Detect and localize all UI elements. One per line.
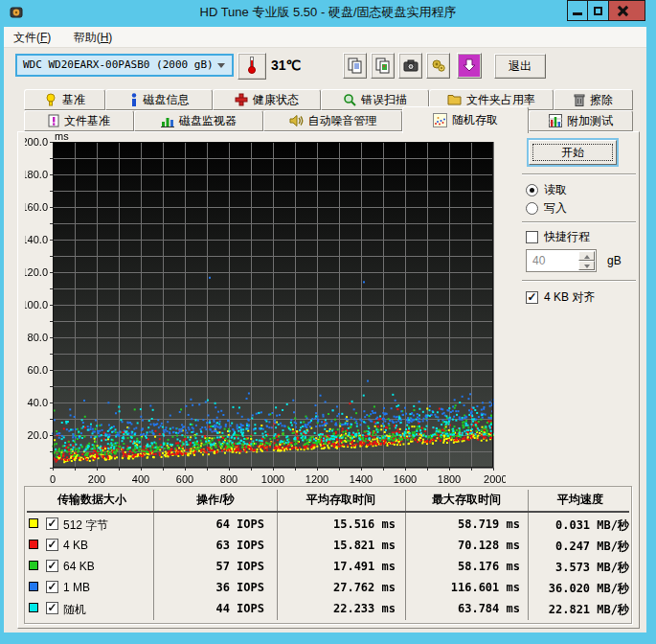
tab-extra-tests[interactable]: 附加测试 <box>529 110 633 131</box>
col-header-transfer-size: 传输数据大小 <box>34 492 149 508</box>
close-button[interactable] <box>609 0 645 21</box>
magnifier-icon <box>343 93 356 106</box>
align-4kb-checkbox[interactable]: ✓ 4 KB 对齐 <box>526 289 595 306</box>
series-checkbox[interactable]: ✓ <box>46 581 58 593</box>
series-checkbox[interactable]: ✓ <box>46 539 58 551</box>
radio-unselected-icon <box>526 202 538 215</box>
access-time-scatter-chart <box>25 132 506 492</box>
gears-icon <box>431 58 446 74</box>
short-stroke-unit: gB <box>607 254 622 267</box>
copy-text-button[interactable] <box>343 53 367 79</box>
save-button[interactable] <box>457 53 482 79</box>
app-window: HD Tune 专业版 5.50 - 硬盘/固态硬盘实用程序 文件(F) 帮助(… <box>0 0 656 644</box>
col-header-avg-access: 平均存取时间 <box>281 492 401 508</box>
options-button[interactable] <box>426 53 450 79</box>
exit-button[interactable]: 退出 <box>494 54 546 79</box>
menu-bar: 文件(F) 帮助(H) <box>4 27 646 48</box>
tab-health[interactable]: 健康状态 <box>213 89 321 110</box>
file-benchmark-icon <box>48 114 59 127</box>
series-checkbox[interactable]: ✓ <box>46 602 58 614</box>
temperature-button[interactable] <box>238 53 266 80</box>
tab-file-benchmark[interactable]: 文件基准 <box>24 110 134 131</box>
bar-monitor-icon <box>161 115 174 127</box>
series-color-swatch <box>29 603 38 612</box>
separator <box>522 221 636 223</box>
window-title: HD Tune 专业版 5.50 - 硬盘/固态硬盘实用程序 <box>0 0 656 27</box>
short-stroke-size-field <box>526 249 597 272</box>
separator <box>522 173 636 175</box>
copy-image-icon <box>375 58 391 74</box>
down-arrow-icon <box>462 58 477 74</box>
tab-disk-info[interactable]: 磁盘信息 <box>105 89 213 110</box>
scatter-icon <box>433 113 447 127</box>
table-row-random: ✓ 随机 44 IOPS 22.233 ms 63.784 ms 22.821 … <box>25 599 631 620</box>
col-header-ops: 操作/秒 <box>157 492 274 508</box>
start-button[interactable]: 开始 <box>529 140 617 165</box>
series-color-swatch <box>29 582 38 591</box>
spin-up-button[interactable] <box>578 251 595 261</box>
speaker-icon <box>289 114 304 127</box>
radio-selected-icon <box>526 184 538 196</box>
titlebar: HD Tune 专业版 5.50 - 硬盘/固态硬盘实用程序 <box>0 0 656 27</box>
series-checkbox[interactable]: ✓ <box>46 518 58 530</box>
table-row-512b: ✓ 512 字节 64 IOPS 15.516 ms 58.719 ms 0.0… <box>25 515 631 536</box>
maximize-icon <box>594 7 602 15</box>
extra-tests-icon <box>549 114 562 127</box>
short-stroke-size-input[interactable] <box>527 250 577 271</box>
col-header-max-access: 最大存取时间 <box>409 492 524 508</box>
separator <box>522 280 636 282</box>
spin-down-button[interactable] <box>578 261 595 270</box>
short-stroke-checkbox[interactable]: 快捷行程 <box>526 229 590 245</box>
read-radio[interactable]: 读取 <box>526 182 567 198</box>
results-table: 传输数据大小 操作/秒 平均存取时间 最大存取时间 平均速度 ✓ 512 字节 … <box>24 486 632 624</box>
tab-erase[interactable]: 擦除 <box>554 89 633 110</box>
screenshot-button[interactable] <box>398 53 422 79</box>
copy-image-button[interactable] <box>371 53 395 79</box>
checkbox-checked-icon: ✓ <box>526 291 538 304</box>
camera-icon <box>403 58 418 74</box>
series-color-swatch <box>29 540 38 549</box>
health-cross-icon <box>235 93 248 106</box>
minimize-icon <box>573 12 582 15</box>
info-icon <box>129 93 139 106</box>
thermometer-icon <box>247 57 257 74</box>
series-color-swatch <box>29 561 38 570</box>
menu-help[interactable]: 帮助(H) <box>64 27 123 48</box>
copy-text-icon <box>348 58 363 74</box>
drive-select[interactable]: WDC WD20EARX-00PASB0 (2000 gB) <box>15 54 234 77</box>
series-checkbox[interactable]: ✓ <box>46 560 58 572</box>
tab-disk-monitor[interactable]: 磁盘监视器 <box>134 110 263 131</box>
trash-icon <box>574 93 585 106</box>
table-row-1mb: ✓ 1 MB 36 IOPS 27.762 ms 116.601 ms 36.0… <box>25 578 631 599</box>
temperature-value: 31℃ <box>271 58 301 73</box>
table-row-4kb: ✓ 4 KB 63 IOPS 15.821 ms 70.128 ms 0.247… <box>25 536 631 557</box>
tab-benchmark[interactable]: 基准 <box>24 89 105 110</box>
menu-file[interactable]: 文件(F) <box>4 27 60 48</box>
col-header-avg-speed: 平均速度 <box>532 492 629 508</box>
maximize-button[interactable] <box>588 0 609 21</box>
tab-random-access[interactable]: 随机存取 <box>402 106 529 133</box>
series-color-swatch <box>29 518 38 528</box>
checkbox-unchecked-icon <box>526 231 538 243</box>
chevron-down-icon <box>217 63 225 68</box>
minimize-button[interactable] <box>567 0 588 21</box>
write-radio[interactable]: 写入 <box>526 200 567 217</box>
tab-aam[interactable]: 自动噪音管理 <box>263 110 402 131</box>
table-row-64kb: ✓ 64 KB 57 IOPS 17.491 ms 58.176 ms 3.57… <box>25 557 631 578</box>
bulb-icon <box>44 93 57 106</box>
folder-icon <box>447 94 462 106</box>
